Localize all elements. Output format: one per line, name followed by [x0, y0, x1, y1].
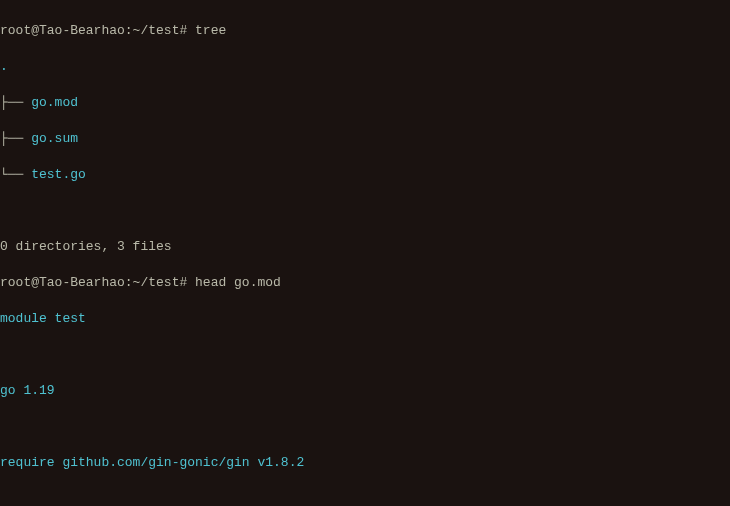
- tree-root-dot: .: [0, 58, 730, 76]
- tree-entry: └── test.go: [0, 166, 730, 184]
- shell-prompt: root@Tao-Bearhao:~/test#: [0, 23, 195, 38]
- blank-line: [0, 490, 730, 506]
- tree-file: test.go: [31, 167, 86, 182]
- prompt-line-2: root@Tao-Bearhao:~/test# head go.mod: [0, 274, 730, 292]
- tree-file: go.sum: [31, 131, 78, 146]
- gomod-output: go 1.19: [0, 382, 730, 400]
- blank-line: [0, 418, 730, 436]
- gomod-output: module test: [0, 310, 730, 328]
- command: head go.mod: [195, 275, 281, 290]
- shell-prompt: root@Tao-Bearhao:~/test#: [0, 275, 195, 290]
- tree-branch-icon: ├──: [0, 131, 31, 146]
- tree-entry: ├── go.mod: [0, 94, 730, 112]
- tree-summary: 0 directories, 3 files: [0, 238, 730, 256]
- prompt-line-1: root@Tao-Bearhao:~/test# tree: [0, 22, 730, 40]
- blank-line: [0, 202, 730, 220]
- terminal-output[interactable]: root@Tao-Bearhao:~/test# tree . ├── go.m…: [0, 0, 730, 506]
- tree-file: go.mod: [31, 95, 78, 110]
- tree-branch-icon: └──: [0, 167, 31, 182]
- command: tree: [195, 23, 226, 38]
- gomod-output: require github.com/gin-gonic/gin v1.8.2: [0, 454, 730, 472]
- blank-line: [0, 346, 730, 364]
- tree-entry: ├── go.sum: [0, 130, 730, 148]
- tree-branch-icon: ├──: [0, 95, 31, 110]
